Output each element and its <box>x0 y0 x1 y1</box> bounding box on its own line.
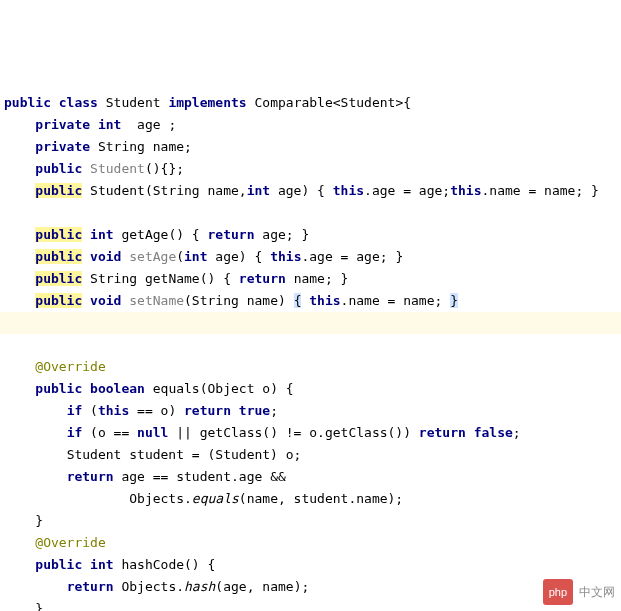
code-line: private int age ; <box>4 117 176 132</box>
code-line: private String name; <box>4 139 192 154</box>
code-line: public void setAge(int age) { this.age =… <box>4 249 403 264</box>
footer-badge: php <box>543 579 573 605</box>
code-line: public String getName() { return name; } <box>4 271 348 286</box>
code-line: @Override <box>4 535 106 550</box>
code-line: return age == student.age && <box>4 469 286 484</box>
editor-highlight-row <box>0 312 621 334</box>
code-line: Student student = (Student) o; <box>4 447 301 462</box>
footer-text: 中文网 <box>579 581 615 603</box>
code-line: public int hashCode() { <box>4 557 215 572</box>
code-line: public class Student implements Comparab… <box>4 95 411 110</box>
code-line: return Objects.hash(age, name); <box>4 579 309 594</box>
code-line: if (this == o) return true; <box>4 403 278 418</box>
code-line: @Override <box>4 359 106 374</box>
code-line: public void setName(String name) { this.… <box>4 293 458 308</box>
code-line: } <box>4 601 43 611</box>
footer-watermark: php 中文网 <box>543 579 615 605</box>
code-line: public boolean equals(Object o) { <box>4 381 294 396</box>
code-line: public Student(String name,int age) { th… <box>4 183 599 198</box>
code-line: Objects.equals(name, student.name); <box>4 491 403 506</box>
code-line: public Student(){}; <box>4 161 184 176</box>
code-line: } <box>4 513 43 528</box>
code-line: public int getAge() { return age; } <box>4 227 309 242</box>
code-line: if (o == null || getClass() != o.getClas… <box>4 425 521 440</box>
